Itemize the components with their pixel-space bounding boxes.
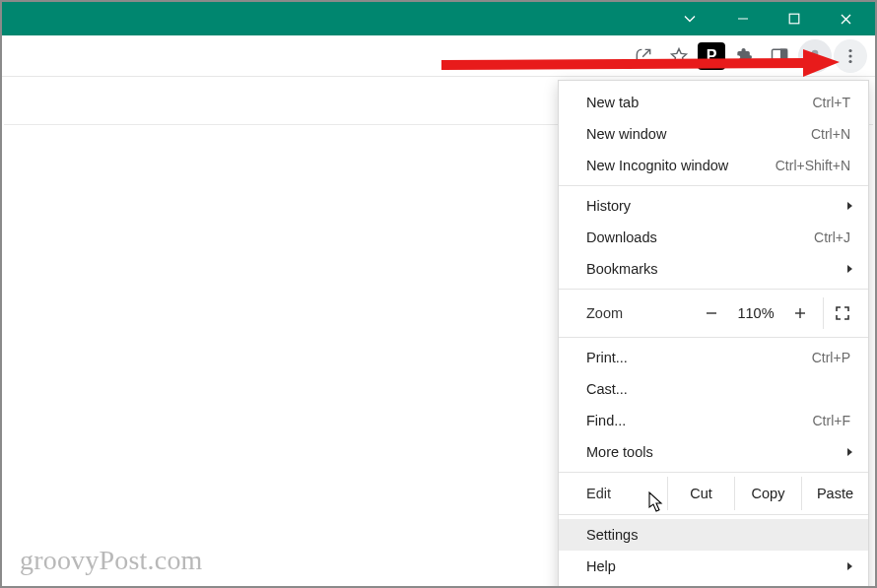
submenu-arrow-icon bbox=[846, 198, 854, 214]
bookmark-star-icon[interactable] bbox=[662, 39, 696, 73]
menu-shortcut: Ctrl+P bbox=[812, 350, 850, 365]
menu-separator bbox=[559, 586, 868, 587]
menu-separator bbox=[559, 514, 868, 515]
menu-label: Downloads bbox=[586, 229, 814, 245]
share-icon[interactable] bbox=[627, 39, 660, 73]
extension-p-label: P bbox=[707, 47, 717, 65]
menu-item-downloads[interactable]: Downloads Ctrl+J bbox=[559, 222, 868, 253]
menu-item-cast[interactable]: Cast... bbox=[559, 373, 868, 405]
svg-rect-8 bbox=[707, 312, 716, 313]
reading-list-icon[interactable] bbox=[763, 39, 796, 73]
menu-item-history[interactable]: History bbox=[559, 190, 868, 222]
svg-point-4 bbox=[812, 49, 819, 56]
maximize-button[interactable] bbox=[769, 2, 820, 35]
edit-copy-button[interactable]: Copy bbox=[734, 477, 801, 510]
edit-label: Edit bbox=[586, 486, 667, 501]
menu-shortcut: Ctrl+J bbox=[814, 229, 850, 245]
menu-shortcut: Ctrl+T bbox=[813, 95, 851, 110]
extension-p-icon[interactable]: P bbox=[698, 42, 725, 70]
menu-label: New window bbox=[586, 126, 811, 142]
menu-item-zoom: Zoom 110% bbox=[559, 294, 868, 333]
menu-shortcut: Ctrl+N bbox=[811, 126, 850, 142]
menu-shortcut: Ctrl+Shift+N bbox=[776, 158, 850, 173]
window-titlebar bbox=[2, 2, 875, 35]
menu-item-find[interactable]: Find... Ctrl+F bbox=[559, 405, 868, 436]
menu-label: More tools bbox=[586, 444, 850, 460]
menu-label: Bookmarks bbox=[586, 261, 850, 277]
menu-item-bookmarks[interactable]: Bookmarks bbox=[559, 253, 868, 285]
svg-point-6 bbox=[848, 54, 851, 57]
svg-rect-1 bbox=[789, 14, 799, 24]
watermark-text: groovyPost.com bbox=[20, 545, 203, 576]
tab-dropdown-icon[interactable] bbox=[672, 2, 708, 35]
menu-label: Settings bbox=[586, 527, 850, 543]
menu-item-more-tools[interactable]: More tools bbox=[559, 436, 868, 468]
zoom-in-button[interactable] bbox=[783, 297, 817, 329]
menu-label: New tab bbox=[586, 95, 813, 110]
submenu-arrow-icon bbox=[846, 261, 854, 277]
menu-separator bbox=[559, 289, 868, 290]
main-menu-panel: New tab Ctrl+T New window Ctrl+N New Inc… bbox=[558, 80, 869, 588]
menu-shortcut: Ctrl+F bbox=[813, 413, 851, 428]
zoom-value: 110% bbox=[728, 305, 783, 321]
svg-rect-10 bbox=[799, 308, 800, 318]
menu-item-edit: Edit Cut Copy Paste bbox=[559, 477, 868, 510]
submenu-arrow-icon bbox=[846, 558, 854, 574]
fullscreen-button[interactable] bbox=[823, 297, 860, 329]
menu-label: History bbox=[586, 198, 850, 214]
edit-paste-button[interactable]: Paste bbox=[801, 477, 868, 510]
menu-separator bbox=[559, 472, 868, 473]
svg-point-5 bbox=[848, 48, 851, 51]
kebab-menu-button[interactable] bbox=[834, 39, 867, 73]
close-button[interactable] bbox=[820, 2, 871, 35]
browser-toolbar: P bbox=[2, 35, 875, 77]
menu-label: Find... bbox=[586, 413, 813, 428]
menu-item-help[interactable]: Help bbox=[559, 551, 868, 582]
svg-point-7 bbox=[848, 59, 851, 62]
profile-avatar-icon[interactable] bbox=[798, 39, 832, 73]
menu-item-new-tab[interactable]: New tab Ctrl+T bbox=[559, 87, 868, 118]
minimize-button[interactable] bbox=[717, 2, 769, 35]
svg-rect-0 bbox=[738, 19, 748, 20]
edit-cut-button[interactable]: Cut bbox=[667, 477, 734, 510]
submenu-arrow-icon bbox=[846, 444, 854, 460]
extensions-puzzle-icon[interactable] bbox=[727, 39, 761, 73]
zoom-out-button[interactable] bbox=[695, 297, 728, 329]
menu-item-new-incognito[interactable]: New Incognito window Ctrl+Shift+N bbox=[559, 150, 868, 181]
menu-separator bbox=[559, 337, 868, 338]
menu-separator bbox=[559, 185, 868, 186]
menu-item-print[interactable]: Print... Ctrl+P bbox=[559, 342, 868, 373]
menu-label: New Incognito window bbox=[586, 158, 776, 173]
zoom-label: Zoom bbox=[586, 305, 695, 321]
menu-label: Print... bbox=[586, 350, 812, 365]
svg-rect-3 bbox=[781, 49, 787, 62]
menu-label: Cast... bbox=[586, 381, 850, 397]
menu-label: Help bbox=[586, 558, 850, 574]
menu-item-new-window[interactable]: New window Ctrl+N bbox=[559, 118, 868, 150]
menu-item-settings[interactable]: Settings bbox=[559, 519, 868, 551]
